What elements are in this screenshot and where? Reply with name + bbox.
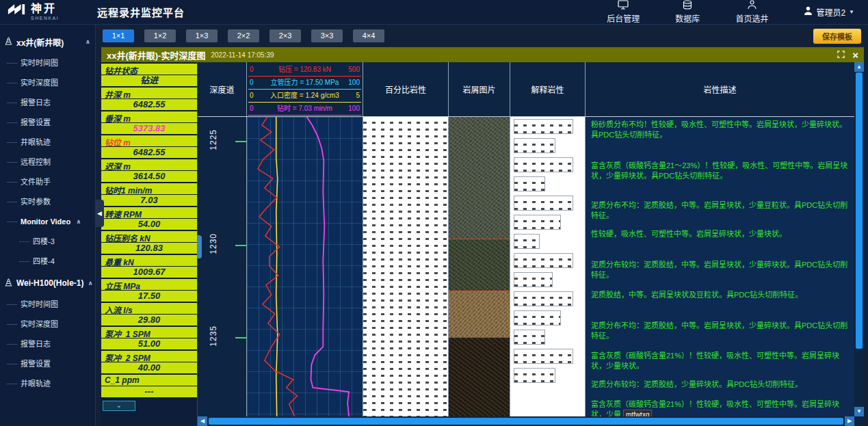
legend-min: 0	[250, 64, 254, 76]
sidebar-item-well-trajectory-2[interactable]: 井眼轨迹	[0, 374, 95, 394]
param-wob[interactable]: 钻压别名 kN 120.83	[101, 231, 197, 254]
collapse-caret-icon[interactable]: ∧	[88, 280, 92, 287]
sidebar-item-camera-4f-4[interactable]: 四楼-4	[0, 252, 95, 271]
vertical-scrollbar-track[interactable]	[854, 349, 864, 407]
legend-standpipe-pressure[interactable]: 0 立管压力 = 17.50 MPa 100	[248, 77, 361, 90]
param-panel-toggle[interactable]: ⌄	[103, 401, 135, 411]
layout-button-1x3[interactable]: 1×3	[186, 29, 218, 42]
derrick-icon	[5, 37, 12, 47]
sidebar-item-alarm-settings-2[interactable]: 报警设置	[0, 354, 95, 374]
panel-timestamp: 2022-11-14 17:05:39	[211, 51, 274, 59]
param-label: 泵冲_1 SPM	[101, 327, 197, 338]
column-header-percent-lithology: 百分比岩性	[363, 62, 449, 116]
well-title: Wei-H100(Hole-1)	[16, 278, 83, 288]
param-standpipe-pressure[interactable]: 立压 MPa 17.50	[101, 279, 197, 302]
curve-legend: 0 钻压 = 120.83 kN 500 0 立管压力 = 17.50 MPa …	[247, 62, 363, 116]
sidebar-item-well-trajectory[interactable]: 井眼轨迹	[0, 133, 95, 152]
horizontal-scrollbar-thumb[interactable]	[209, 418, 843, 425]
legend-inlet-density[interactable]: 0 入口密度 = 1.24 g/cm3 5	[248, 90, 361, 103]
layout-button-2x2[interactable]: 2×2	[228, 29, 259, 42]
param-label: 垂深 m	[101, 111, 197, 122]
description-paragraph: 性较硬，吸水性、可塑性中等。岩屑呈碎块状，少量块状。	[591, 229, 849, 239]
lithology-block	[514, 349, 573, 364]
sidebar-item-realtime-time-chart-2[interactable]: 实时时间图	[0, 295, 95, 315]
param-drill-state[interactable]: 钻井状态 钻进	[101, 64, 197, 86]
layout-button-2x3[interactable]: 2×3	[269, 29, 301, 42]
percent-lithology-column	[363, 117, 449, 416]
parameter-panel: 钻井状态 钻进 井深 m 6482.55 垂深 m 5373.83 钻位 m 6…	[101, 62, 197, 426]
sidebar-collapse-handle[interactable]: ◀	[95, 200, 104, 227]
param-tvd[interactable]: 垂深 m 5373.83	[101, 111, 197, 134]
collapse-caret-icon[interactable]: ∧	[86, 38, 90, 45]
collapse-caret-icon[interactable]: ∧	[76, 212, 81, 232]
param-value: 3614.50	[101, 170, 197, 182]
layout-button-3x3[interactable]: 3×3	[311, 29, 343, 42]
param-lag-depth[interactable]: 迟深 m 3614.50	[101, 159, 197, 182]
param-hook-load[interactable]: 悬重 kN 1009.67	[101, 255, 197, 278]
sidebar-item-realtime-params[interactable]: 实时参数	[0, 192, 95, 212]
nav-database[interactable]: 数据库	[675, 0, 700, 24]
vertical-scrollbar[interactable]: ▲ ▼	[854, 62, 864, 416]
horizontal-scrollbar[interactable]: ◀ ▶	[198, 416, 854, 426]
depth-tick-mark	[235, 337, 246, 338]
column-header-interpreted-lithology: 解释岩性	[510, 62, 586, 116]
sidebar-item-alarm-settings[interactable]: 报警设置	[0, 113, 95, 133]
shenkai-logo-icon	[7, 3, 26, 21]
param-c1-gas[interactable]: C_1 ppm ---	[101, 375, 197, 397]
chevron-left-icon: ◀	[97, 210, 102, 217]
sidebar-item-realtime-depth-chart[interactable]: 实时深度图	[0, 73, 95, 93]
layout-button-4x4[interactable]: 4×4	[353, 29, 384, 42]
sidebar-item-realtime-depth-chart-2[interactable]: 实时深度图	[0, 315, 95, 334]
layout-button-1x2[interactable]: 1×2	[144, 29, 176, 42]
depth-track: 1225 1230 1235	[198, 117, 247, 416]
sidebar-item-remote-control[interactable]: 远程控制	[0, 152, 95, 172]
user-menu[interactable]: 管理员2 ▼	[804, 6, 854, 18]
param-flow-in[interactable]: 入流 l/s 29.80	[101, 303, 197, 325]
legend-max: 500	[348, 64, 360, 76]
param-rpm[interactable]: 转速 RPM 54.00	[101, 207, 197, 230]
save-template-button[interactable]: 保存模板	[813, 29, 861, 44]
scroll-right-icon[interactable]: ▶	[845, 416, 854, 426]
param-value: 40.00	[101, 362, 197, 373]
param-pump-stroke-2[interactable]: 泵冲_2 SPM 40.00	[101, 351, 197, 373]
main-area: 1×1 1×2 1×3 2×2 2×3 3×3 4×4 保存模板 xx井(新井眼…	[96, 25, 868, 426]
param-value: 钻进	[101, 75, 197, 86]
vertical-scrollbar-thumb[interactable]	[856, 72, 863, 349]
scrollbar-corner	[854, 416, 864, 426]
sidebar-well-group-1[interactable]: xx井(新井眼) ∧	[0, 30, 95, 53]
sidebar-item-realtime-time-chart[interactable]: 实时时间图	[0, 53, 95, 73]
sidebar-group-monitor-video[interactable]: Monitor Video ∧	[0, 212, 95, 232]
brand: 神开 SHENKAI	[0, 3, 97, 21]
sidebar-item-camera-4f-3[interactable]: 四楼-3	[0, 232, 95, 252]
scroll-up-icon[interactable]: ▲	[854, 62, 864, 72]
chart-pane-handle[interactable]	[197, 235, 202, 258]
nav-admin-console[interactable]: 后台管理	[607, 0, 640, 24]
nav-well-select[interactable]: 首页选井	[735, 0, 768, 24]
param-value: 6482.55	[101, 146, 197, 158]
sidebar-item-alarm-log[interactable]: 报警日志	[0, 93, 95, 113]
legend-rop[interactable]: 0 钻时 = 7.03 min/m 100	[248, 103, 361, 116]
lithology-block	[514, 253, 573, 268]
param-well-depth[interactable]: 井深 m 6482.55	[101, 88, 197, 110]
depth-chart-panel: xx井(新井眼)-实时深度图 2022-11-14 17:05:39 × 钻井状…	[101, 47, 864, 426]
param-rop[interactable]: 钻时1 min/m 7.03	[101, 183, 197, 206]
lithology-block	[514, 196, 573, 211]
sidebar-item-alarm-log-2[interactable]: 报警日志	[0, 334, 95, 354]
layout-button-1x1[interactable]: 1×1	[103, 29, 134, 42]
close-icon[interactable]: ×	[852, 50, 858, 60]
param-pump-stroke-1[interactable]: 泵冲_1 SPM 51.00	[101, 327, 197, 349]
lithology-block	[514, 119, 573, 134]
depth-tick-mark	[235, 141, 246, 142]
param-bit-position[interactable]: 钻位 m 6482.55	[101, 135, 197, 158]
expand-icon[interactable]	[837, 49, 845, 61]
lithology-block	[514, 272, 553, 287]
cuttings-photo-column	[449, 117, 510, 416]
scroll-left-icon[interactable]: ◀	[198, 416, 207, 426]
sidebar-item-file-assistant[interactable]: 文件助手	[0, 172, 95, 192]
description-paragraph: 粉砂质分布不均！性较硬，吸水性、可塑性中等。岩屑呈块状，少量碎块状。具PDC钻头…	[591, 120, 849, 140]
sidebar-well-group-2[interactable]: Wei-H100(Hole-1) ∧	[0, 271, 95, 295]
legend-wob[interactable]: 0 钻压 = 120.83 kN 500	[248, 64, 361, 77]
column-header-cuttings-photo: 岩屑图片	[449, 62, 510, 116]
scroll-down-icon[interactable]: ▼	[854, 407, 864, 416]
group-title: Monitor Video	[21, 212, 70, 232]
